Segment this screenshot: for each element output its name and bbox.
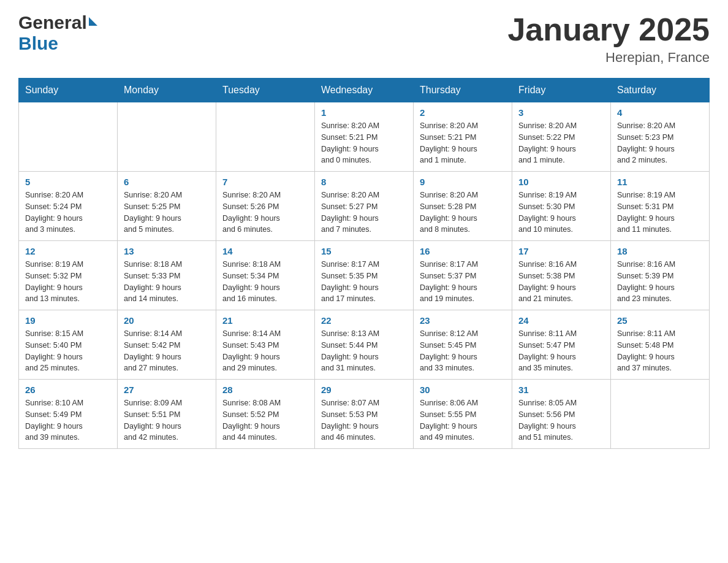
calendar-cell: 1Sunrise: 8:20 AM Sunset: 5:21 PM Daylig… [315,102,414,172]
calendar-cell [611,380,710,449]
calendar-week-2: 5Sunrise: 8:20 AM Sunset: 5:24 PM Daylig… [19,172,710,241]
day-info: Sunrise: 8:20 AM Sunset: 5:24 PM Dayligh… [25,190,111,236]
calendar-cell: 29Sunrise: 8:07 AM Sunset: 5:53 PM Dayli… [315,380,414,449]
days-of-week-row: SundayMondayTuesdayWednesdayThursdayFrid… [19,79,710,102]
day-number: 14 [222,246,308,256]
day-number: 10 [518,177,604,187]
day-info: Sunrise: 8:20 AM Sunset: 5:22 PM Dayligh… [518,120,604,166]
calendar-cell: 30Sunrise: 8:06 AM Sunset: 5:55 PM Dayli… [414,380,512,449]
calendar-week-5: 26Sunrise: 8:10 AM Sunset: 5:49 PM Dayli… [19,380,710,449]
calendar-cell [216,102,315,172]
day-info: Sunrise: 8:10 AM Sunset: 5:49 PM Dayligh… [25,397,111,443]
month-title: January 2025 [507,12,710,47]
day-number: 4 [617,107,703,118]
day-info: Sunrise: 8:18 AM Sunset: 5:33 PM Dayligh… [124,259,210,305]
day-number: 30 [420,385,506,395]
day-number: 16 [420,246,506,256]
day-info: Sunrise: 8:17 AM Sunset: 5:37 PM Dayligh… [420,259,506,305]
day-number: 2 [420,107,506,118]
calendar-cell: 14Sunrise: 8:18 AM Sunset: 5:34 PM Dayli… [216,241,315,310]
calendar-cell: 19Sunrise: 8:15 AM Sunset: 5:40 PM Dayli… [19,310,118,380]
calendar-cell: 12Sunrise: 8:19 AM Sunset: 5:32 PM Dayli… [19,241,118,310]
calendar-cell: 17Sunrise: 8:16 AM Sunset: 5:38 PM Dayli… [512,241,611,310]
day-number: 22 [321,315,407,326]
day-number: 1 [321,107,407,118]
day-number: 17 [518,246,604,256]
day-info: Sunrise: 8:20 AM Sunset: 5:27 PM Dayligh… [321,190,407,236]
day-info: Sunrise: 8:11 AM Sunset: 5:48 PM Dayligh… [617,328,703,374]
calendar-cell: 2Sunrise: 8:20 AM Sunset: 5:21 PM Daylig… [414,102,512,172]
logo-row: General [18,12,97,33]
calendar-cell: 26Sunrise: 8:10 AM Sunset: 5:49 PM Dayli… [19,380,118,449]
day-info: Sunrise: 8:20 AM Sunset: 5:21 PM Dayligh… [420,120,506,166]
day-number: 8 [321,177,407,187]
calendar-cell: 6Sunrise: 8:20 AM Sunset: 5:25 PM Daylig… [118,172,216,241]
calendar-cell: 8Sunrise: 8:20 AM Sunset: 5:27 PM Daylig… [315,172,414,241]
logo: General Blue [18,12,97,54]
day-info: Sunrise: 8:13 AM Sunset: 5:44 PM Dayligh… [321,328,407,374]
day-header-wednesday: Wednesday [315,79,414,102]
day-info: Sunrise: 8:18 AM Sunset: 5:34 PM Dayligh… [222,259,308,305]
calendar-cell: 7Sunrise: 8:20 AM Sunset: 5:26 PM Daylig… [216,172,315,241]
day-info: Sunrise: 8:06 AM Sunset: 5:55 PM Dayligh… [420,397,506,443]
day-number: 11 [617,177,703,187]
calendar-cell: 23Sunrise: 8:12 AM Sunset: 5:45 PM Dayli… [414,310,512,380]
day-header-monday: Monday [118,79,216,102]
day-number: 5 [25,177,111,187]
calendar-cell: 15Sunrise: 8:17 AM Sunset: 5:35 PM Dayli… [315,241,414,310]
day-info: Sunrise: 8:07 AM Sunset: 5:53 PM Dayligh… [321,397,407,443]
day-number: 20 [124,315,210,326]
day-info: Sunrise: 8:16 AM Sunset: 5:39 PM Dayligh… [617,259,703,305]
calendar-cell: 28Sunrise: 8:08 AM Sunset: 5:52 PM Dayli… [216,380,315,449]
calendar-cell: 4Sunrise: 8:20 AM Sunset: 5:23 PM Daylig… [611,102,710,172]
day-info: Sunrise: 8:11 AM Sunset: 5:47 PM Dayligh… [518,328,604,374]
calendar-week-1: 1Sunrise: 8:20 AM Sunset: 5:21 PM Daylig… [19,102,710,172]
day-number: 29 [321,385,407,395]
calendar-header: SundayMondayTuesdayWednesdayThursdayFrid… [19,79,710,102]
day-number: 9 [420,177,506,187]
day-info: Sunrise: 8:15 AM Sunset: 5:40 PM Dayligh… [25,328,111,374]
day-info: Sunrise: 8:20 AM Sunset: 5:25 PM Dayligh… [124,190,210,236]
logo-blue-label: Blue [18,33,58,53]
calendar-cell: 10Sunrise: 8:19 AM Sunset: 5:30 PM Dayli… [512,172,611,241]
day-info: Sunrise: 8:19 AM Sunset: 5:30 PM Dayligh… [518,190,604,236]
day-info: Sunrise: 8:20 AM Sunset: 5:28 PM Dayligh… [420,190,506,236]
calendar-cell: 22Sunrise: 8:13 AM Sunset: 5:44 PM Dayli… [315,310,414,380]
day-info: Sunrise: 8:20 AM Sunset: 5:26 PM Dayligh… [222,190,308,236]
calendar-cell [118,102,216,172]
calendar-cell: 9Sunrise: 8:20 AM Sunset: 5:28 PM Daylig… [414,172,512,241]
day-number: 19 [25,315,111,326]
day-info: Sunrise: 8:12 AM Sunset: 5:45 PM Dayligh… [420,328,506,374]
page-header: General Blue January 2025 Herepian, Fran… [18,12,710,66]
day-info: Sunrise: 8:16 AM Sunset: 5:38 PM Dayligh… [518,259,604,305]
day-number: 27 [124,385,210,395]
day-header-thursday: Thursday [414,79,512,102]
day-info: Sunrise: 8:08 AM Sunset: 5:52 PM Dayligh… [222,397,308,443]
calendar-cell: 11Sunrise: 8:19 AM Sunset: 5:31 PM Dayli… [611,172,710,241]
day-number: 7 [222,177,308,187]
day-info: Sunrise: 8:17 AM Sunset: 5:35 PM Dayligh… [321,259,407,305]
day-info: Sunrise: 8:20 AM Sunset: 5:21 PM Dayligh… [321,120,407,166]
day-info: Sunrise: 8:19 AM Sunset: 5:32 PM Dayligh… [25,259,111,305]
day-number: 12 [25,246,111,256]
calendar-cell: 31Sunrise: 8:05 AM Sunset: 5:56 PM Dayli… [512,380,611,449]
calendar-cell: 20Sunrise: 8:14 AM Sunset: 5:42 PM Dayli… [118,310,216,380]
day-header-friday: Friday [512,79,611,102]
day-number: 25 [617,315,703,326]
calendar-cell: 5Sunrise: 8:20 AM Sunset: 5:24 PM Daylig… [19,172,118,241]
calendar-cell: 27Sunrise: 8:09 AM Sunset: 5:51 PM Dayli… [118,380,216,449]
day-number: 3 [518,107,604,118]
day-info: Sunrise: 8:14 AM Sunset: 5:42 PM Dayligh… [124,328,210,374]
calendar-body: 1Sunrise: 8:20 AM Sunset: 5:21 PM Daylig… [19,102,710,449]
location-label: Herepian, France [507,50,710,66]
day-number: 13 [124,246,210,256]
day-number: 31 [518,385,604,395]
logo-blue-text: Blue [18,33,58,54]
logo-general-text: General [18,12,87,33]
calendar-cell: 3Sunrise: 8:20 AM Sunset: 5:22 PM Daylig… [512,102,611,172]
logo-arrow-icon [89,17,97,26]
day-number: 23 [420,315,506,326]
day-number: 15 [321,246,407,256]
day-info: Sunrise: 8:20 AM Sunset: 5:23 PM Dayligh… [617,120,703,166]
day-number: 26 [25,385,111,395]
